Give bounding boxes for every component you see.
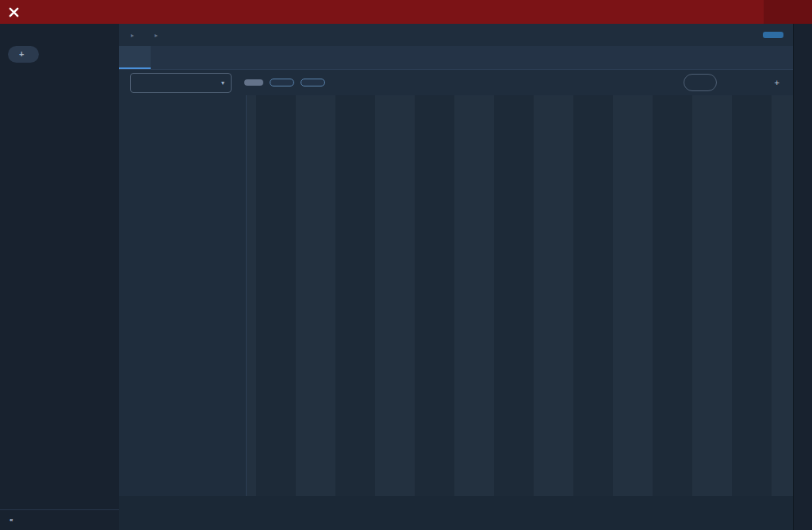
settings-button[interactable]: [751, 78, 764, 87]
breadcrumb-separator-icon: ▸: [155, 32, 158, 39]
breadcrumb-separator-icon: ▸: [131, 32, 134, 39]
logo[interactable]: [8, 6, 24, 18]
gantt-area: [119, 95, 793, 496]
sidebar: + «: [0, 24, 119, 530]
right-icon-rail: [793, 24, 812, 530]
collapse-button[interactable]: «: [0, 509, 119, 530]
toolbar-right-actions: +: [684, 74, 783, 91]
app-window: + « ▸ ▸: [0, 0, 812, 530]
apps-grid-icon[interactable]: [745, 6, 757, 18]
help-icon[interactable]: [719, 6, 732, 18]
edit-button[interactable]: [763, 32, 783, 38]
create-inject-button[interactable]: +: [775, 79, 783, 87]
back-to-operational-mode-link[interactable]: [0, 24, 119, 42]
printer-icon: [727, 78, 737, 87]
tab-bar: [119, 46, 793, 70]
inject-filter-chip[interactable]: [301, 79, 325, 86]
time-axis: [119, 496, 793, 506]
print-button[interactable]: [727, 78, 741, 87]
collapse-icon: «: [10, 517, 13, 524]
user-menu[interactable]: [764, 0, 812, 24]
chevron-down-icon: [795, 8, 802, 16]
tab-timeline[interactable]: [119, 46, 151, 69]
dropdown-caret-icon: ▾: [221, 79, 224, 86]
notifications-bell-icon[interactable]: [694, 6, 707, 18]
topbar: [0, 0, 812, 24]
exercise-window-icon: [138, 31, 147, 40]
timeline-toolbar: ▾: [119, 70, 793, 95]
topbar-actions: [662, 0, 812, 24]
supporting-modules-label: [0, 81, 119, 92]
phase-label-column: [119, 95, 246, 496]
fullscreen-icon[interactable]: [772, 52, 783, 63]
plus-icon: +: [775, 79, 779, 87]
gantt-chart[interactable]: [246, 95, 793, 496]
phase-filter-chip[interactable]: [270, 79, 294, 86]
back-arrow-icon: [8, 31, 15, 38]
exonaut-logo-icon: [8, 6, 20, 18]
create-button[interactable]: +: [8, 46, 39, 63]
main-content: ▸ ▸ ▾: [119, 24, 793, 530]
grouping-select[interactable]: ▾: [130, 73, 232, 93]
exercise-mode-label: [0, 75, 119, 81]
set-at-current-time-button[interactable]: [684, 74, 717, 91]
chat-icon[interactable]: [668, 6, 681, 18]
timezone-footer: [119, 517, 793, 530]
gear-icon: [751, 78, 760, 87]
target-icon: [693, 78, 703, 87]
day-axis: [119, 506, 793, 517]
scenario-filter-chip[interactable]: [244, 79, 263, 86]
avatar-icon: [773, 6, 785, 18]
plus-icon: +: [19, 50, 24, 59]
breadcrumb: ▸ ▸: [119, 24, 793, 46]
